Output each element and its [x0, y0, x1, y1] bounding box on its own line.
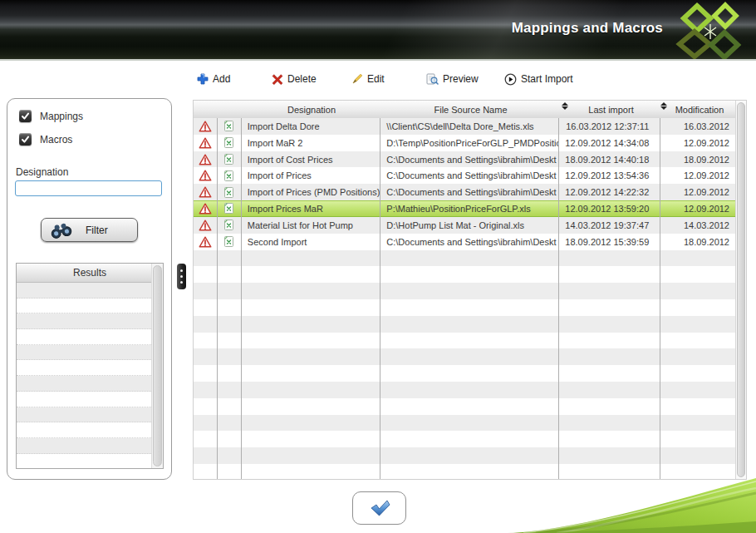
last-import-cell	[559, 250, 661, 267]
table-scrollbar[interactable]	[735, 101, 746, 479]
results-scrollbar-thumb[interactable]	[153, 265, 162, 466]
edit-button[interactable]: Edit	[351, 71, 385, 87]
table-row[interactable]: Import of Cost PricesC:\Documents and Se…	[194, 151, 735, 168]
file-source-cell: C:\Documents and Settings\ibrahim\Deskt	[380, 151, 558, 168]
file-source-cell	[380, 333, 558, 349]
last-import-column-header[interactable]: Last import	[560, 101, 662, 118]
file-type-cell	[218, 200, 242, 217]
excel-file-icon	[223, 153, 234, 165]
modification-cell	[660, 299, 735, 316]
results-row-empty	[17, 329, 163, 345]
app-logo-icon	[673, 1, 743, 59]
table-row[interactable]: Import MaR 2D:\Temp\PositionPriceForGLP_…	[194, 135, 735, 151]
results-row-empty	[17, 313, 163, 329]
file-type-cell	[218, 250, 242, 267]
last-import-cell: 18.09.2012 15:39:59	[559, 234, 661, 250]
last-import-cell	[559, 382, 661, 398]
table-row-empty	[194, 348, 735, 365]
results-row-empty	[17, 422, 163, 438]
table-body: Import Delta Dore\\Client\CS\dell\Delta …	[194, 118, 735, 479]
edit-icon	[351, 73, 363, 85]
status-cell	[194, 415, 218, 432]
preview-icon	[426, 73, 439, 85]
results-row-empty	[17, 283, 163, 299]
file-type-cell	[218, 447, 242, 464]
last-import-cell: 14.03.2012 19:37:47	[559, 217, 661, 234]
designation-cell	[242, 348, 380, 365]
preview-button[interactable]: Preview	[426, 71, 479, 87]
modification-cell	[660, 398, 735, 415]
table-scrollbar-thumb[interactable]	[737, 102, 745, 477]
status-cell	[194, 333, 218, 349]
confirm-button[interactable]	[352, 491, 406, 525]
file-source-cell: D:\HotPump List Mat - Original.xls	[380, 217, 558, 234]
last-import-cell: 18.09.2012 14:40:18	[559, 151, 661, 168]
table-row-selected[interactable]: Import Prices MaRP:\Mathieu\PositionPric…	[194, 200, 735, 217]
last-import-cell	[559, 415, 661, 432]
designation-cell	[242, 333, 380, 349]
warning-icon	[199, 121, 212, 132]
modification-cell: 18.09.2012	[660, 234, 735, 250]
results-scrollbar[interactable]	[151, 264, 163, 468]
file-type-cell	[218, 299, 242, 316]
status-cell	[194, 365, 218, 382]
file-type-cell	[218, 184, 242, 200]
designation-input[interactable]	[15, 180, 162, 196]
status-cell	[194, 447, 218, 464]
table-row[interactable]: Second ImportC:\Documents and Settings\i…	[194, 234, 735, 250]
file-type-cell	[218, 167, 242, 184]
file-type-cell	[218, 135, 242, 151]
excel-file-icon	[223, 202, 234, 215]
modification-column-header[interactable]: Modification	[662, 101, 737, 118]
start-import-icon	[504, 73, 517, 86]
add-button[interactable]: Add	[197, 71, 230, 87]
file-source-cell	[380, 299, 558, 316]
sort-arrows-icon[interactable]	[562, 102, 568, 110]
mappings-checkbox[interactable]	[19, 110, 32, 122]
delete-button[interactable]: Delete	[272, 71, 317, 87]
excel-file-icon	[223, 219, 234, 231]
table-row-empty	[194, 266, 735, 283]
table-row[interactable]: Material List for Hot PumpD:\HotPump Lis…	[194, 217, 735, 234]
warning-icon	[199, 154, 212, 165]
table-row[interactable]: Import Delta Dore\\Client\CS\dell\Delta …	[194, 118, 735, 135]
excel-file-icon	[223, 136, 234, 149]
modification-cell: 12.09.2012	[660, 135, 735, 151]
modification-cell	[660, 431, 735, 447]
mappings-table: Designation File Source Name Last import…	[193, 100, 747, 480]
modification-cell	[660, 316, 735, 333]
preview-button-label: Preview	[443, 73, 479, 85]
file-source-cell: C:\Documents and Settings\ibrahim\Deskt	[380, 184, 558, 200]
table-row[interactable]: Import of Prices (PMD Positions)C:\Docum…	[194, 184, 735, 200]
start-import-button[interactable]: Start Import	[504, 71, 573, 87]
designation-cell	[242, 283, 380, 299]
macros-filter-row: Macros	[19, 133, 72, 146]
last-import-cell	[559, 283, 661, 299]
designation-cell: Import Prices MaR	[242, 200, 380, 217]
check-icon	[368, 498, 391, 518]
designation-cell	[242, 415, 380, 432]
status-cell	[194, 167, 218, 184]
status-cell	[194, 151, 218, 168]
table-row-empty	[194, 447, 735, 464]
modification-cell: 18.09.2012	[660, 151, 735, 168]
designation-cell: Import Delta Dore	[242, 118, 380, 135]
file-type-cell	[218, 415, 242, 432]
designation-cell	[242, 266, 380, 283]
file-source-column-header[interactable]: File Source Name	[381, 101, 560, 118]
modification-cell	[660, 447, 735, 464]
macros-checkbox[interactable]	[19, 133, 32, 146]
designation-column-header[interactable]: Designation	[242, 101, 381, 118]
filter-button[interactable]: Filter	[41, 218, 138, 242]
status-cell	[194, 348, 218, 365]
file-source-cell	[380, 431, 558, 447]
results-row-empty	[17, 376, 163, 392]
warning-icon	[199, 170, 212, 181]
modification-cell	[660, 415, 735, 432]
panel-splitter-handle[interactable]	[177, 264, 186, 289]
sort-arrows-icon[interactable]	[660, 102, 667, 110]
status-cell	[194, 234, 218, 250]
page-title: Mappings and Macros	[512, 20, 663, 37]
table-row-empty	[194, 398, 735, 415]
table-row[interactable]: Import of PricesC:\Documents and Setting…	[194, 167, 735, 184]
